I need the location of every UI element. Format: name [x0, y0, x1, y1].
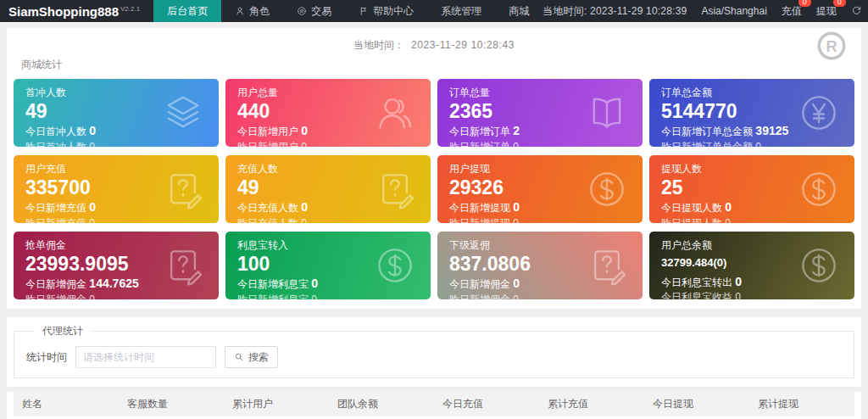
nav-item-label: 帮助中心	[373, 4, 414, 19]
nav-item-label: 商城	[509, 4, 529, 19]
card-yesterday-line: 今日利息宝收益 0	[661, 290, 843, 299]
nav-item-label: 交易	[311, 4, 331, 19]
table-header-cell: 累计充值	[539, 392, 644, 416]
table-header-cell: 客服数量	[119, 392, 224, 416]
nav-right: 当地时间: 2023-11-29 10:28:39 Asia/Shanghai …	[542, 4, 868, 19]
registered-logo-icon: R	[815, 30, 848, 62]
doc-icon	[161, 243, 205, 288]
nav-item-label: 角色	[249, 4, 270, 19]
card-yesterday-line: 昨日首冲人数 0	[25, 140, 207, 147]
recharge-button[interactable]: 充值 0	[782, 4, 802, 19]
card-yesterday-line: 昨日新增订单 0	[449, 140, 631, 147]
table-header-cell: 累计提现	[749, 392, 854, 416]
page-content: R 当地时间：2023-11-29 10:28:43 商城统计 首冲人数49今日…	[0, 22, 868, 419]
users-icon	[373, 91, 417, 135]
stat-card-user-total-balance: 用户总余额32799.484(0)今日利息宝转出 0今日利息宝收益 0	[649, 232, 854, 299]
stat-card-total-users: 用户总量440今日新增用户 0昨日新增用户 0	[225, 79, 431, 147]
user-icon	[235, 6, 245, 16]
nav-item-label: 系统管理	[441, 4, 481, 19]
flag-icon	[359, 6, 369, 16]
card-yesterday-line: 昨日新增用户 0	[237, 140, 419, 147]
agent-legend: 代理统计	[35, 324, 91, 338]
nav-item-dashboard[interactable]: 后台首页	[153, 0, 221, 22]
exchange-icon	[297, 6, 307, 16]
stat-card-total-orders: 订单总量2365今日新增订单 2昨日新增订单 0	[437, 79, 643, 147]
stat-card-withdraw-users: 提现人数25今日提现人数 0昨日提现人数 0	[649, 155, 854, 223]
content-local-time: 当地时间：2023-11-29 10:28:43	[14, 32, 854, 55]
agent-stats-panel: 代理统计 统计时间 搜索	[7, 317, 861, 387]
brand-version: V2.2.1	[120, 5, 140, 13]
stat-card-total-order-amount: 订单总金额5144770今日新增订单总金额 39125昨日新增订单总金额 0	[649, 79, 854, 147]
doc-icon	[161, 167, 205, 211]
brand-logo[interactable]: SiamShopping888V2.2.1	[0, 4, 153, 19]
card-yesterday-line: 昨日新增佣金 0	[25, 293, 207, 299]
stat-card-recharge-users: 充值人数49今日充值人数 0昨日充值人数 0	[225, 155, 431, 223]
stats-grid: 首冲人数49今日首冲人数 0昨日首冲人数 0用户总量440今日新增用户 0昨日新…	[14, 79, 854, 299]
card-yesterday-line: 昨日新增订单总金额 0	[661, 140, 843, 147]
stat-card-first-charge-users: 首冲人数49今日首冲人数 0昨日首冲人数 0	[14, 79, 219, 147]
withdraw-button[interactable]: 提现 0	[816, 4, 837, 19]
agent-table-panel: 姓名客服数量累计用户团队余额今日充值累计充值今日提现累计提现 scb001000…	[7, 392, 861, 419]
table-header-row: 姓名客服数量累计用户团队余额今日充值累计充值今日提现累计提现	[14, 392, 854, 416]
brand-name: SiamShopping888	[8, 4, 119, 19]
stat-card-user-recharge: 用户充值335700今日新增充值 0昨日新增充值 0	[14, 155, 219, 223]
nav-local-time: 当地时间: 2023-11-29 10:28:39	[542, 4, 687, 19]
nav-item-help-center[interactable]: 帮助中心	[345, 0, 427, 22]
recharge-badge: 0	[798, 0, 811, 7]
refresh-icon[interactable]	[851, 6, 862, 17]
stat-card-sub-rebate: 下级返佣837.0806今日新增佣金 0昨日新增佣金 0	[437, 232, 643, 299]
card-yesterday-line: 昨日新增佣金 0	[449, 293, 631, 299]
stat-card-grab-commission: 抢单佣金23993.9095今日新增佣金 144.7625昨日新增佣金 0	[14, 232, 219, 299]
search-button[interactable]: 搜索	[225, 346, 278, 368]
table-header-cell: 今日充值	[434, 392, 539, 416]
table-header-cell: 累计用户	[224, 392, 329, 416]
stat-time-input[interactable]	[75, 346, 216, 368]
agent-table: 姓名客服数量累计用户团队余额今日充值累计充值今日提现累计提现 scb001000…	[14, 392, 854, 419]
section-title-mall-stats: 商城统计	[21, 58, 854, 72]
card-yesterday-line: 昨日充值人数 0	[237, 216, 419, 223]
nav-item-system[interactable]: 系统管理	[427, 0, 495, 22]
yen-icon	[797, 91, 841, 135]
dollar-icon	[585, 167, 629, 211]
agent-search-form: 统计时间 搜索	[26, 346, 842, 368]
agent-fieldset: 代理统计 统计时间 搜索	[14, 324, 854, 378]
doc-icon	[373, 167, 417, 211]
card-yesterday-line: 昨日新增充值 0	[25, 216, 207, 223]
stat-card-interest-transfer-in: 利息宝转入100今日新增利息宝 0昨日新增利息宝 0	[225, 232, 431, 299]
stat-card-user-withdraw: 用户提现29326今日新增提现 0昨日新增提现 0	[437, 155, 643, 223]
table-header-cell: 今日提现	[644, 392, 749, 416]
layers-icon	[161, 91, 205, 135]
table-header-cell: 姓名	[14, 392, 119, 416]
dollar-icon	[797, 243, 841, 288]
dollar-icon	[373, 243, 417, 288]
nav-item-mall[interactable]: 商城	[495, 0, 542, 22]
nav-item-role[interactable]: 角色	[221, 0, 283, 22]
nav-menu: 后台首页角色交易帮助中心系统管理商城	[153, 0, 542, 22]
card-yesterday-line: 昨日提现人数 0	[661, 216, 843, 223]
search-icon	[234, 352, 244, 362]
stat-time-label: 统计时间	[26, 350, 67, 365]
card-yesterday-line: 昨日新增提现 0	[449, 216, 631, 223]
nav-timezone: Asia/Shanghai	[701, 5, 766, 17]
nav-item-trade[interactable]: 交易	[283, 0, 345, 22]
table-header-cell: 团队余额	[329, 392, 434, 416]
nav-item-label: 后台首页	[167, 4, 208, 19]
dollar-icon	[797, 167, 841, 211]
mall-stats-panel: R 当地时间：2023-11-29 10:28:43 商城统计 首冲人数49今日…	[7, 28, 861, 309]
withdraw-badge: 0	[833, 0, 846, 7]
card-yesterday-line: 昨日新增利息宝 0	[237, 293, 419, 299]
doc-icon	[585, 243, 629, 288]
top-navbar: SiamShopping888V2.2.1 后台首页角色交易帮助中心系统管理商城…	[0, 0, 868, 22]
svg-text:R: R	[826, 38, 837, 55]
book-icon	[585, 91, 629, 135]
